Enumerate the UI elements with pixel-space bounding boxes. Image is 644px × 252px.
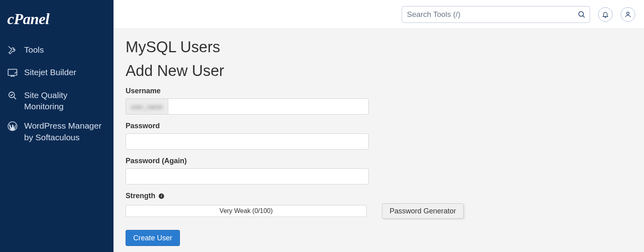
sidebar-item-label: WordPress Manager by Softaculous (24, 120, 106, 143)
svg-point-3 (579, 11, 584, 16)
create-user-label: Create User (133, 234, 172, 242)
password-label: Password (126, 122, 464, 130)
password-generator-label: Password Generator (390, 207, 456, 215)
info-icon[interactable]: i (158, 193, 165, 200)
sidebar-item-label: Tools (24, 44, 44, 55)
strength-text: Very Weak (0/100) (219, 207, 272, 215)
sidebar-item-tools[interactable]: Tools (0, 39, 114, 61)
password-generator-button[interactable]: Password Generator (382, 203, 464, 219)
username-row: user_name (126, 98, 369, 115)
section-title: Add New User (126, 62, 632, 80)
add-user-form: Username user_name Password Password (Ag… (126, 87, 464, 246)
wordpress-icon (7, 121, 18, 131)
strength-row: Very Weak (0/100) Password Generator (126, 203, 464, 219)
brand-logo: cPanel (0, 8, 114, 39)
brand-text: cPanel (7, 10, 50, 27)
page-title: MySQL Users (126, 39, 632, 56)
user-icon (624, 11, 632, 18)
search-wrap (402, 6, 590, 23)
sidebar: cPanel Tools Sitejet Builder Site Qualit… (0, 0, 114, 252)
svg-text:i: i (161, 194, 162, 198)
site-quality-icon (7, 90, 18, 101)
bell-icon (602, 11, 609, 18)
notifications-button[interactable] (598, 7, 613, 22)
username-label: Username (126, 87, 464, 95)
strength-meter: Very Weak (0/100) (126, 205, 367, 217)
password-field[interactable] (126, 133, 369, 150)
sidebar-item-site-quality[interactable]: Site Quality Monitoring (0, 84, 114, 115)
topbar (114, 0, 644, 29)
main-area: MySQL Users Add New User Username user_n… (114, 0, 644, 252)
strength-label-row: Strength i (126, 192, 464, 200)
sidebar-item-label: Sitejet Builder (24, 67, 76, 78)
username-prefix: user_name (126, 98, 168, 115)
password-again-label: Password (Again) (126, 157, 464, 165)
create-user-button[interactable]: Create User (126, 230, 180, 246)
sidebar-item-wp-manager[interactable]: WordPress Manager by Softaculous (0, 115, 114, 145)
svg-point-4 (627, 12, 629, 14)
sidebar-item-sitejet[interactable]: Sitejet Builder (0, 61, 114, 84)
sitejet-icon (7, 68, 18, 78)
account-button[interactable] (621, 7, 635, 22)
username-prefix-text: user_name (131, 103, 163, 110)
search-icon[interactable] (576, 9, 587, 20)
content: MySQL Users Add New User Username user_n… (114, 29, 644, 252)
password-again-field[interactable] (126, 168, 369, 184)
nav-list: Tools Sitejet Builder Site Quality Monit… (0, 39, 114, 145)
strength-label: Strength (126, 192, 155, 200)
username-field[interactable] (168, 98, 369, 115)
tools-icon (7, 45, 18, 55)
search-input[interactable] (402, 6, 590, 23)
sidebar-item-label: Site Quality Monitoring (24, 90, 106, 113)
